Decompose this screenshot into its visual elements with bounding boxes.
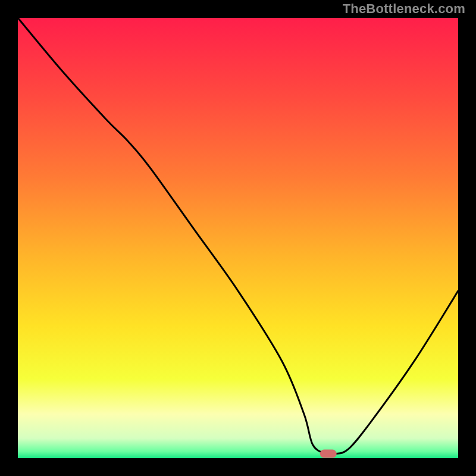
optimal-marker (320, 450, 337, 458)
frame: { "watermark": "TheBottleneck.com", "col… (0, 0, 476, 476)
chart-svg (0, 0, 476, 476)
watermark: TheBottleneck.com (343, 1, 465, 17)
